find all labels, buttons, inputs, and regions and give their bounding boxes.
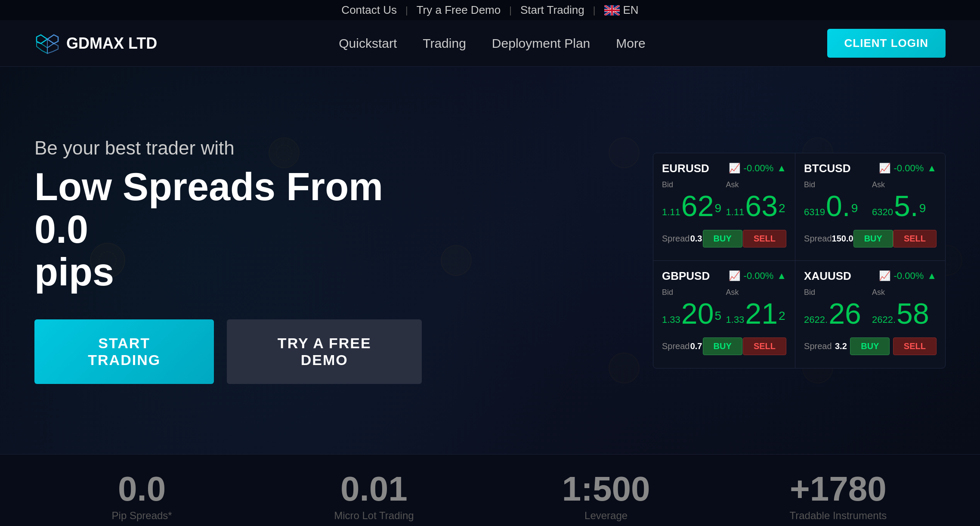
btcusd-ask-prefix: 6320 (872, 207, 893, 218)
gbpusd-sell-button[interactable]: SELL (743, 337, 786, 355)
svg-marker-1 (37, 35, 47, 43)
hero-title-line1: Low Spreads From 0.0 (34, 165, 383, 251)
eurusd-bid-prefix: 1.11 (662, 207, 680, 218)
client-login-button[interactable]: CLIENT LOGIN (827, 29, 946, 58)
trading-panel: EURUSD 📈 -0.00% ▲ Bid 1.11 62 9 (653, 153, 946, 368)
stat-leverage: 1:500 Leverage (499, 472, 714, 522)
svg-line-21 (456, 153, 624, 260)
uk-flag-icon (604, 5, 620, 15)
stat-pip-spreads-label: Pip Spreads* (34, 510, 249, 522)
btcusd-bid-label: Bid (804, 180, 869, 189)
gbpusd-bid-prefix: 1.33 (662, 314, 680, 325)
gbpusd-trend-icon: 📈 (729, 270, 740, 282)
eurusd-buy-button[interactable]: BUY (703, 230, 742, 248)
logo[interactable]: GDMAX LTD (34, 33, 157, 54)
separator-3: | (593, 5, 596, 16)
nav-deployment[interactable]: Deployment Plan (492, 36, 590, 51)
gbpusd-bid-box: Bid 1.33 20 5 (662, 288, 723, 328)
btcusd-change-value: -0.00% (894, 163, 924, 174)
btcusd-bid-main: 0. (826, 191, 850, 220)
btcusd-sell-button[interactable]: SELL (893, 230, 937, 248)
top-start-trading[interactable]: Start Trading (520, 3, 584, 17)
stat-pip-spreads-value: 0.0 (34, 472, 249, 506)
btcusd-bid-prefix: 6319 (804, 207, 825, 218)
gbpusd-pair: GBPUSD (662, 269, 710, 283)
gbpusd-change-value: -0.00% (744, 270, 774, 282)
stat-micro-lot: 0.01 Micro Lot Trading (266, 472, 481, 522)
xauusd-bid-box: Bid 2622. 26 (804, 288, 869, 328)
gbpusd-bid-main: 20 (681, 299, 714, 328)
gbpusd-ask-main: 21 (745, 299, 778, 328)
try-free-demo-button[interactable]: TRY A FREE DEMO (227, 319, 422, 384)
stat-leverage-value: 1:500 (499, 472, 714, 506)
gbpusd-spread-value: 0.7 (690, 341, 702, 351)
stat-instruments-value: +1780 (731, 472, 946, 506)
gbpusd-cell: GBPUSD 📈 -0.00% ▲ Bid 1.33 20 5 (653, 261, 795, 368)
stat-instruments-label: Tradable Instruments (731, 510, 946, 522)
eurusd-bid-sup: 9 (714, 201, 721, 215)
gbpusd-ask-sup: 2 (779, 309, 785, 323)
xauusd-bid-label: Bid (804, 288, 869, 297)
eurusd-sell-button[interactable]: SELL (743, 230, 786, 248)
xauusd-spread-row: Spread 3.2 BUY SELL (804, 333, 937, 359)
language-label: EN (623, 3, 639, 17)
svg-marker-3 (37, 42, 47, 53)
xauusd-buy-button[interactable]: BUY (850, 337, 890, 355)
stat-pip-spreads: 0.0 Pip Spreads* (34, 472, 249, 522)
xauusd-ask-prefix: 2622. (872, 314, 896, 325)
xauusd-sell-button[interactable]: SELL (893, 337, 937, 355)
gbpusd-change: 📈 -0.00% ▲ (729, 270, 787, 282)
nav-quickstart[interactable]: Quickstart (339, 36, 397, 51)
eurusd-spread-row: Spread 0.3 BUY SELL (662, 226, 786, 252)
eurusd-change: 📈 -0.00% ▲ (729, 163, 787, 174)
nav-trading[interactable]: Trading (423, 36, 466, 51)
xauusd-spread-label: Spread (804, 341, 832, 351)
start-trading-button[interactable]: START TRADING (34, 319, 214, 384)
hero-title-line2: pips (34, 251, 114, 294)
btcusd-change: 📈 -0.00% ▲ (879, 163, 937, 174)
trading-grid: EURUSD 📈 -0.00% ▲ Bid 1.11 62 9 (653, 153, 945, 368)
separator-2: | (509, 5, 512, 16)
btcusd-cell: BTCUSD 📈 -0.00% ▲ Bid 6319 0. 9 (795, 153, 945, 261)
gbpusd-ask-label: Ask (726, 288, 787, 297)
hero-subtitle: Be your best trader with (34, 137, 422, 159)
eurusd-ask-sup: 2 (779, 201, 785, 215)
svg-line-5 (41, 39, 47, 43)
hero-section: Be your best trader with Low Spreads Fro… (0, 67, 980, 454)
gbpusd-spread-row: Spread 0.7 BUY SELL (662, 333, 786, 359)
top-contact-us[interactable]: Contact Us (341, 3, 397, 17)
xauusd-up-arrow: ▲ (927, 270, 937, 282)
logo-text: GDMAX LTD (66, 34, 157, 53)
main-nav: Quickstart Trading Deployment Plan More (339, 36, 645, 51)
language-selector[interactable]: EN (604, 3, 639, 17)
eurusd-cell: EURUSD 📈 -0.00% ▲ Bid 1.11 62 9 (653, 153, 795, 261)
stat-leverage-label: Leverage (499, 510, 714, 522)
eurusd-spread-value: 0.3 (690, 234, 702, 244)
btcusd-ask-box: Ask 6320 5. 9 (872, 180, 937, 220)
eurusd-up-arrow: ▲ (777, 163, 786, 174)
gbpusd-bid-sup: 5 (714, 309, 721, 323)
nav-more[interactable]: More (616, 36, 645, 51)
gbpusd-bid-label: Bid (662, 288, 723, 297)
hero-content: Be your best trader with Low Spreads Fro… (34, 137, 422, 384)
btcusd-spread-value: 150.0 (832, 234, 853, 244)
svg-marker-2 (47, 35, 58, 43)
xauusd-ask-box: Ask 2622. 58 (872, 288, 937, 328)
xauusd-change-value: -0.00% (894, 270, 924, 282)
gbpusd-spread-label: Spread (662, 341, 690, 351)
eurusd-bid-label: Bid (662, 180, 723, 189)
gbpusd-up-arrow: ▲ (777, 270, 786, 282)
hero-buttons: START TRADING TRY A FREE DEMO (34, 319, 422, 384)
top-try-demo[interactable]: Try a Free Demo (417, 3, 501, 17)
eurusd-bid-box: Bid 1.11 62 9 (662, 180, 723, 220)
eurusd-trend-icon: 📈 (729, 163, 740, 174)
xauusd-pair: XAUUSD (804, 269, 851, 283)
xauusd-ask-main: 58 (897, 299, 929, 328)
gbpusd-buy-button[interactable]: BUY (703, 337, 742, 355)
btcusd-ask-sup: 9 (919, 201, 926, 215)
eurusd-bid-main: 62 (681, 191, 714, 220)
eurusd-ask-main: 63 (745, 191, 778, 220)
eurusd-spread-label: Spread (662, 234, 690, 244)
gbpusd-ask-box: Ask 1.33 21 2 (726, 288, 787, 328)
btcusd-buy-button[interactable]: BUY (853, 230, 893, 248)
